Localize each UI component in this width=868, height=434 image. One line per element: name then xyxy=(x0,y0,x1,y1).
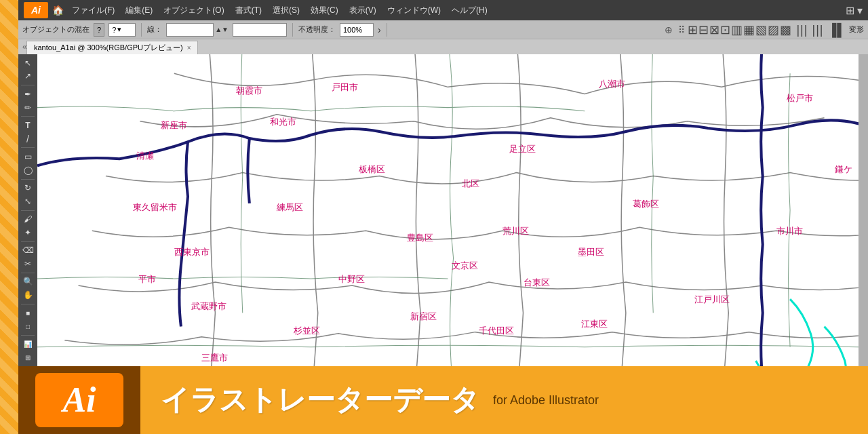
ai-window: Ai 🏠 ファイル(F) 編集(E) オブジェクト(O) 書式(T) 選択(S)… xyxy=(18,0,868,366)
ai-logo-large-container: Ai xyxy=(18,366,140,434)
tool-stroke[interactable]: □ xyxy=(20,320,35,332)
label-sumida: 墨田区 xyxy=(578,247,604,257)
label-kamake: 鎌ケ xyxy=(835,164,852,174)
tool-fill[interactable]: ■ xyxy=(20,307,35,319)
globe-icon[interactable]: ⊕ xyxy=(665,24,673,35)
opacity-label: 不透明度： xyxy=(298,24,336,35)
document-tab[interactable]: kantou_A1ai @ 300%(RGB/GPUプレビュー) × xyxy=(26,41,198,54)
tool-chart[interactable]: 📊 xyxy=(20,338,35,351)
tool-sep-4 xyxy=(21,179,35,180)
gray-boundaries xyxy=(64,54,859,366)
stroke-label: 線： xyxy=(147,24,162,35)
label-matsudo: 松戸市 xyxy=(787,93,813,103)
control-bar: オブジェクトの混在 ? ? ▾ 線： ▲▼ 不透明度： 100% › ⊕ ⠿ ⊞… xyxy=(18,20,868,39)
tool-pen[interactable]: ✒ xyxy=(20,88,35,100)
blend-mode-label: オブジェクトの混在 xyxy=(22,24,90,35)
tool-eraser[interactable]: ⌫ xyxy=(20,244,35,256)
main-area: ↖ ↗ ✒ ✏ T / ▭ ◯ ↻ ⤡ 🖌 ✦ ⌫ ✂ 🔍 ✋ ■ □ xyxy=(18,54,868,366)
label-wakoshi: 和光市 xyxy=(270,117,296,127)
cyan-boundary xyxy=(756,299,846,366)
label-asaka: 朝霞市 xyxy=(236,85,262,96)
tool-rectangle[interactable]: ▭ xyxy=(20,151,35,163)
align-icons[interactable]: ⊞⊟⊠⊡▥▦▧▨▩ ||| ||| ▐▌ xyxy=(688,22,846,37)
tool-select[interactable]: ↖ xyxy=(20,57,35,69)
menu-edit[interactable]: 編集(E) xyxy=(125,5,153,16)
separator-3 xyxy=(387,23,387,37)
ai-logo-small-text: Ai xyxy=(31,5,41,16)
tool-line[interactable]: / xyxy=(20,133,35,145)
label-mitaka: 三鷹市 xyxy=(201,353,228,363)
tool-type[interactable]: T xyxy=(20,119,35,132)
blend-mode-dropdown[interactable]: ? xyxy=(94,23,104,37)
menu-type[interactable]: 書式(T) xyxy=(235,5,262,16)
canvas-scrollbar[interactable] xyxy=(859,54,868,366)
canvas-area[interactable]: 八潮市 戸田市 朝霞市 新座市 和光市 清瀬 板橋区 足立区 北区 練馬区 東久… xyxy=(37,54,859,366)
label-toshima: 豊島区 xyxy=(407,233,433,243)
menu-help[interactable]: ヘルプ(H) xyxy=(452,5,488,16)
dots-icon[interactable]: ⠿ xyxy=(678,24,685,35)
menu-window[interactable]: ウィンドウ(W) xyxy=(387,5,441,16)
title-bar: Ai 🏠 ファイル(F) 編集(E) オブジェクト(O) 書式(T) 選択(S)… xyxy=(18,0,868,20)
label-itabashi: 板橋区 xyxy=(358,164,385,174)
tool-sep-5 xyxy=(21,210,35,211)
sub-title: for Adobe Illustrator xyxy=(493,393,599,408)
tool-zoom[interactable]: 🔍 xyxy=(20,276,35,288)
menu-object[interactable]: オブジェクト(O) xyxy=(163,5,224,16)
tool-sep-8 xyxy=(21,304,35,304)
label-suginami: 杉並区 xyxy=(293,326,320,336)
bottom-bar: Ai イラストレーターデータ for Adobe Illustrator xyxy=(18,366,868,434)
stroke-input[interactable] xyxy=(166,23,214,37)
grid-icon[interactable]: ⊞ ▾ xyxy=(846,4,863,17)
ai-logo-titlebar: Ai xyxy=(24,2,48,18)
separator-1 xyxy=(141,23,142,37)
tool-scale[interactable]: ⤡ xyxy=(20,195,35,208)
label-katsushika: 葛飾区 xyxy=(633,199,659,209)
tool-paintbrush[interactable]: 🖌 xyxy=(20,213,35,225)
stroke-arrows[interactable]: ▲▼ xyxy=(215,26,229,33)
label-higashikurume: 東久留米市 xyxy=(133,202,177,212)
menu-bar: ファイル(F) 編集(E) オブジェクト(O) 書式(T) 選択(S) 効果(C… xyxy=(72,5,488,16)
tab-close-button[interactable]: × xyxy=(187,44,191,52)
home-icon[interactable]: 🏠 xyxy=(52,5,64,16)
right-controls: ⊕ ⠿ ⊞⊟⊠⊡▥▦▧▨▩ ||| ||| ▐▌ 変形 xyxy=(665,22,864,37)
label-yashio: 八潮市 xyxy=(599,79,625,89)
tool-sep-6 xyxy=(21,241,35,242)
tool-sep-1 xyxy=(21,85,35,85)
tool-sep-2 xyxy=(21,116,35,117)
tool-artboard[interactable]: ⊞ xyxy=(20,351,35,363)
opacity-input[interactable]: 100% xyxy=(340,23,374,37)
tool-pencil[interactable]: ✏ xyxy=(20,102,35,114)
menu-file[interactable]: ファイル(F) xyxy=(72,5,115,16)
label-shinjuku: 新宿区 xyxy=(410,311,437,321)
tool-hand[interactable]: ✋ xyxy=(20,289,35,301)
separator-2 xyxy=(292,23,293,37)
label-koto: 江東区 xyxy=(581,319,608,329)
menu-effect[interactable]: 効果(C) xyxy=(311,5,338,16)
tool-rotate[interactable]: ↻ xyxy=(20,182,35,194)
ai-logo-box: Ai xyxy=(35,373,123,427)
label-niiza: 新座市 xyxy=(161,120,187,130)
tool-scissors[interactable]: ✂ xyxy=(20,258,35,270)
label-kiyose: 清瀬 xyxy=(136,151,154,161)
tool-sep-7 xyxy=(21,273,35,273)
menu-select[interactable]: 選択(S) xyxy=(273,5,300,16)
label-bunkyo: 文京区 xyxy=(452,260,478,271)
label-hira: 平市 xyxy=(138,274,156,284)
label-taito: 台東区 xyxy=(524,277,550,288)
label-edogawa: 江戸川区 xyxy=(694,294,730,304)
label-kita: 北区 xyxy=(462,178,479,189)
tool-blob-brush[interactable]: ✦ xyxy=(20,226,35,239)
stroke-color-box[interactable] xyxy=(233,23,287,37)
label-toda: 戸田市 xyxy=(332,82,358,92)
tool-ellipse[interactable]: ◯ xyxy=(20,164,35,176)
tab-bar: « kantou_A1ai @ 300%(RGB/GPUプレビュー) × xyxy=(18,39,868,54)
main-title: イラストレーターデータ xyxy=(161,381,479,419)
menu-view[interactable]: 表示(V) xyxy=(349,5,376,16)
tool-direct-select[interactable]: ↗ xyxy=(20,71,35,83)
blend-mode-dropdown2[interactable]: ? ▾ xyxy=(108,23,136,37)
label-nerima: 練馬区 xyxy=(276,202,303,212)
label-ichikawa: 市川市 xyxy=(776,226,803,236)
label-nishitokyo: 西東京市 xyxy=(174,247,210,257)
opacity-arrow[interactable]: › xyxy=(378,24,381,35)
tool-sep-9 xyxy=(21,335,35,336)
